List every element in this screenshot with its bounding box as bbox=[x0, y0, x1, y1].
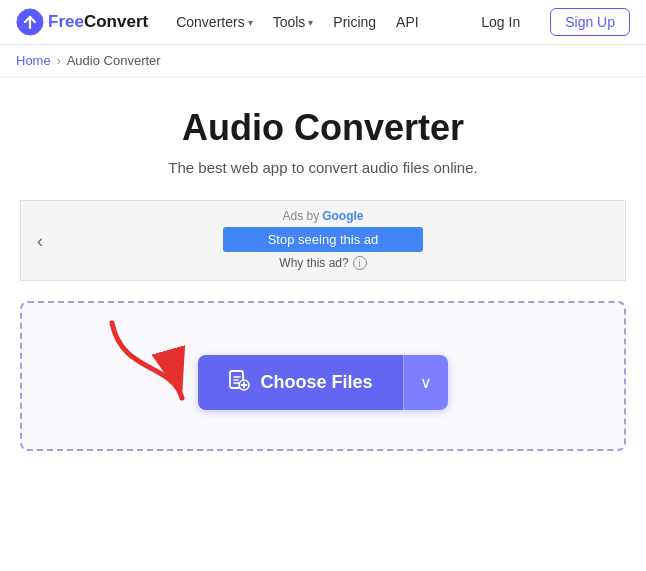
ads-by-google: Ads by Google bbox=[282, 209, 363, 223]
logo-free: Free bbox=[48, 12, 84, 31]
breadcrumb-separator: › bbox=[57, 54, 61, 68]
ad-banner: ‹ Ads by Google Stop seeing this ad Why … bbox=[20, 200, 626, 281]
google-label: Google bbox=[322, 209, 363, 223]
nav-converters[interactable]: Converters ▾ bbox=[176, 14, 252, 30]
main-content: Audio Converter The best web app to conv… bbox=[0, 77, 646, 481]
nav-pricing[interactable]: Pricing bbox=[333, 14, 376, 30]
file-upload-icon bbox=[228, 369, 250, 396]
drop-zone[interactable]: Choose Files ∨ bbox=[20, 301, 626, 451]
site-header: FreeConvert Converters ▾ Tools ▾ Pricing… bbox=[0, 0, 646, 45]
choose-files-area: Choose Files ∨ bbox=[198, 355, 447, 410]
info-icon: i bbox=[353, 256, 367, 270]
nav-api[interactable]: API bbox=[396, 14, 419, 30]
red-arrow-icon bbox=[102, 313, 212, 413]
logo-icon bbox=[16, 8, 44, 36]
logo-convert: Convert bbox=[84, 12, 148, 31]
chevron-down-icon: ▾ bbox=[248, 17, 253, 28]
signup-button[interactable]: Sign Up bbox=[550, 8, 630, 36]
page-subtitle: The best web app to convert audio files … bbox=[20, 159, 626, 176]
why-this-ad[interactable]: Why this ad? i bbox=[279, 256, 366, 270]
breadcrumb-current: Audio Converter bbox=[67, 53, 161, 68]
choose-files-dropdown-button[interactable]: ∨ bbox=[403, 355, 448, 410]
breadcrumb: Home › Audio Converter bbox=[0, 45, 646, 77]
login-button[interactable]: Log In bbox=[471, 8, 530, 36]
ad-inner: Ads by Google Stop seeing this ad Why th… bbox=[223, 209, 423, 270]
nav-tools[interactable]: Tools ▾ bbox=[273, 14, 314, 30]
choose-files-button[interactable]: Choose Files bbox=[198, 355, 402, 410]
chevron-down-icon: ∨ bbox=[420, 373, 432, 392]
stop-seeing-ad-button[interactable]: Stop seeing this ad bbox=[223, 227, 423, 252]
breadcrumb-home[interactable]: Home bbox=[16, 53, 51, 68]
choose-files-label: Choose Files bbox=[260, 372, 372, 393]
ad-back-arrow[interactable]: ‹ bbox=[37, 230, 43, 251]
logo[interactable]: FreeConvert bbox=[16, 8, 148, 36]
chevron-down-icon: ▾ bbox=[308, 17, 313, 28]
page-title: Audio Converter bbox=[20, 107, 626, 149]
